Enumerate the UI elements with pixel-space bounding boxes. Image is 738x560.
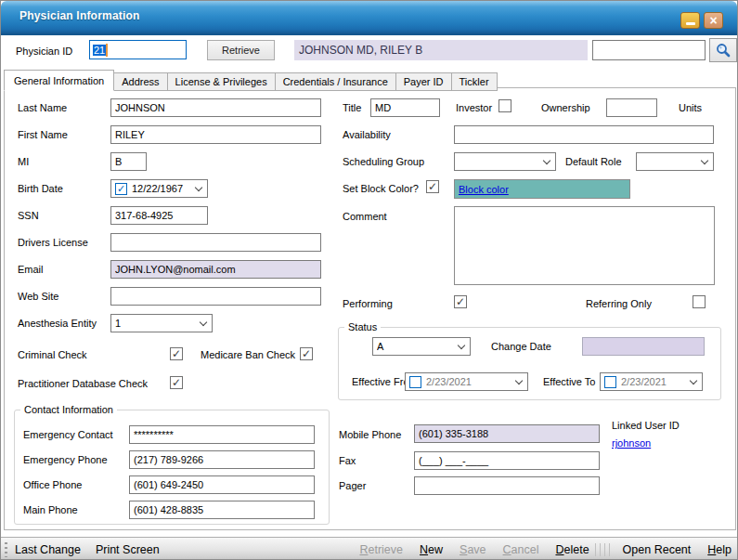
comment-textarea[interactable] [454, 206, 715, 285]
titlebar: Physician Information × [1, 1, 737, 35]
effective-to-label: Effective To [543, 376, 595, 387]
set-block-color-label: Set Block Color? [343, 183, 419, 194]
medicare-ban-check-checkbox[interactable] [300, 347, 313, 360]
ssn-label: SSN [18, 210, 39, 221]
investor-checkbox[interactable] [498, 99, 511, 112]
performing-label: Performing [343, 298, 393, 309]
status-value: A [377, 341, 459, 352]
linked-user-id-link[interactable]: rjohnson [612, 437, 651, 449]
effective-to-value: 2/23/2021 [621, 376, 686, 387]
minimize-button[interactable] [680, 12, 700, 29]
web-site-input[interactable] [110, 287, 321, 306]
office-phone-input[interactable] [129, 475, 315, 494]
ssn-input[interactable] [110, 206, 208, 225]
pager-input[interactable] [414, 476, 600, 495]
medicare-ban-check-label: Medicare Ban Check [201, 349, 295, 360]
effective-to-checkbox[interactable] [604, 376, 616, 388]
performing-checkbox[interactable] [454, 295, 467, 308]
statusbar-help[interactable]: Help [707, 543, 732, 556]
ownership-label: Ownership [541, 102, 590, 113]
anesthesia-entity-label: Anesthesia Entity [18, 318, 97, 329]
last-name-label: Last Name [18, 102, 67, 113]
referring-only-label: Referring Only [586, 298, 652, 309]
mobile-phone-input[interactable] [414, 424, 600, 443]
linked-user-id-label: Linked User ID [612, 420, 680, 431]
last-name-input[interactable] [110, 98, 321, 117]
ownership-input[interactable] [606, 98, 657, 117]
statusbar-separator [595, 543, 610, 556]
statusbar: Last Change Print Screen Retrieve New Sa… [1, 537, 738, 560]
tab-address[interactable]: Address [113, 72, 167, 91]
retrieve-button[interactable]: Retrieve [207, 40, 275, 60]
practitioner-database-check-checkbox[interactable] [170, 376, 183, 389]
close-button[interactable]: × [704, 12, 723, 29]
title-input[interactable] [370, 98, 440, 117]
mi-input[interactable] [110, 152, 147, 171]
email-input[interactable] [110, 260, 321, 279]
physician-name-display: JOHNSON MD, RILEY B [294, 40, 588, 60]
search-button[interactable] [709, 38, 737, 62]
chevron-down-icon [543, 156, 550, 163]
comment-label: Comment [343, 211, 387, 222]
tab-tickler[interactable]: Tickler [451, 72, 498, 91]
set-block-color-checkbox[interactable] [426, 180, 439, 193]
change-date-label: Change Date [491, 341, 551, 352]
scheduling-group-select[interactable] [454, 152, 556, 171]
main-phone-label: Main Phone [23, 504, 78, 515]
effective-to-picker[interactable]: 2/23/2021 [600, 372, 703, 391]
statusbar-right: Retrieve New Save Cancel Delete Open Rec… [359, 543, 738, 556]
emergency-phone-input[interactable] [129, 450, 315, 469]
availability-input[interactable] [454, 125, 714, 144]
birth-date-value: 12/22/1967 [132, 183, 191, 194]
scheduling-group-label: Scheduling Group [343, 156, 424, 167]
tab-credentials-insurance[interactable]: Credentials / Insurance [275, 72, 396, 91]
anesthesia-entity-select[interactable]: 1 [110, 314, 213, 332]
drivers-license-input[interactable] [110, 233, 321, 252]
default-role-select[interactable] [636, 152, 714, 171]
statusbar-open-recent[interactable]: Open Recent [623, 543, 692, 556]
statusbar-retrieve[interactable]: Retrieve [359, 543, 403, 556]
first-name-input[interactable] [110, 125, 321, 144]
criminal-check-checkbox[interactable] [170, 347, 183, 360]
availability-label: Availability [343, 129, 391, 140]
main-phone-input[interactable] [129, 501, 315, 519]
first-name-label: First Name [18, 129, 68, 140]
effective-from-value: 2/23/2021 [426, 376, 511, 387]
physician-id-input[interactable]: 21 [89, 40, 187, 59]
referring-only-checkbox[interactable] [693, 295, 706, 308]
fax-label: Fax [339, 455, 356, 466]
birth-date-picker[interactable]: 12/22/1967 [110, 179, 208, 198]
chevron-down-icon [458, 341, 465, 348]
chevron-down-icon [690, 376, 697, 384]
statusbar-last-change[interactable]: Last Change [15, 543, 81, 556]
statusbar-new[interactable]: New [420, 543, 443, 556]
search-input[interactable] [592, 40, 706, 60]
contact-information-legend: Contact Information [20, 404, 117, 415]
fax-input[interactable] [414, 451, 600, 470]
emergency-contact-label: Emergency Contact [23, 429, 113, 440]
emergency-contact-input[interactable] [129, 425, 315, 444]
birth-date-label: Birth Date [18, 183, 63, 194]
status-select[interactable]: A [372, 337, 471, 356]
grip-handle-icon[interactable] [5, 542, 7, 557]
title-label: Title [343, 102, 361, 113]
statusbar-save[interactable]: Save [460, 543, 486, 556]
search-icon [715, 42, 732, 59]
block-color-link[interactable]: Block color [459, 184, 509, 195]
minimize-icon [686, 22, 695, 25]
tab-license-privileges[interactable]: License & Privileges [167, 72, 276, 91]
effective-from-checkbox[interactable] [409, 376, 421, 388]
criminal-check-label: Criminal Check [18, 349, 87, 360]
statusbar-cancel[interactable]: Cancel [503, 543, 539, 556]
statusbar-delete[interactable]: Delete [555, 543, 589, 556]
physician-information-window: Physician Information × Physician ID 21 … [0, 0, 738, 560]
pager-label: Pager [339, 480, 366, 491]
status-legend: Status [344, 321, 381, 332]
tab-general-information[interactable]: General Information [4, 70, 114, 91]
birth-date-checkbox[interactable] [115, 183, 127, 195]
investor-label: Investor [456, 102, 492, 113]
tab-payer-id[interactable]: Payer ID [395, 72, 452, 91]
statusbar-print-screen[interactable]: Print Screen [96, 543, 160, 556]
effective-from-picker[interactable]: 2/23/2021 [405, 372, 528, 391]
physician-id-value: 21 [93, 45, 106, 56]
